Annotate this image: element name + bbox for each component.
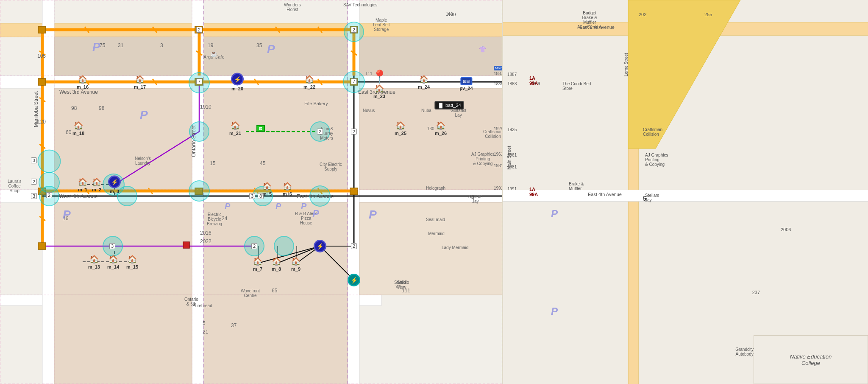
node-pv24[interactable]: ⊞⊞ pv_24	[459, 77, 473, 91]
street-label-ontario5th: Ontario& 5th	[184, 297, 198, 306]
node-m7[interactable]: 🏠 m_7	[253, 257, 262, 272]
node-m26[interactable]: 🏠 m_26	[435, 121, 447, 136]
line-num-3-5th: 3	[109, 243, 115, 249]
place-lauras-coffee: Laura'sCoffeeShop	[8, 179, 22, 193]
node-m7-label: m_7	[253, 266, 262, 272]
node-m17[interactable]: 🏠 m_17	[134, 75, 146, 90]
svg-line-36	[318, 27, 322, 33]
place-aj-graphics: AJ GraphicsPrinting& Copying	[471, 152, 494, 166]
svg-line-68	[148, 188, 153, 194]
node-m2[interactable]: 🏠 m_2	[92, 177, 101, 192]
num-1961: 1961	[494, 152, 503, 157]
place-nelsons: Nelson'sLaundry	[135, 156, 151, 165]
node-m23-label: m_23	[373, 94, 385, 99]
svg-rect-79	[38, 188, 46, 195]
node-m8[interactable]: 🏠 m_8	[272, 257, 281, 272]
node-m1[interactable]: 🏠 m_1	[78, 177, 87, 192]
svg-line-70	[318, 188, 322, 194]
place-electric-bicycle: ElectricBicycleBrewing	[207, 212, 222, 226]
teal-glow-8	[189, 180, 210, 202]
block-num-15: 15	[210, 160, 215, 166]
node-m9[interactable]: 🏠 m_9	[291, 257, 300, 272]
node-m6-label: m_6	[283, 191, 292, 196]
node-m5[interactable]: 🏠 m_5	[262, 182, 272, 196]
node-m14[interactable]: 🏠 m_14	[107, 255, 119, 269]
parking-5: P	[369, 208, 377, 221]
parking-11: P	[301, 202, 306, 211]
teal-glow-1	[38, 150, 61, 173]
block-num-2022: 2022	[200, 238, 211, 244]
svg-line-42	[351, 51, 357, 55]
place-wonders: WondersFlorist	[284, 3, 301, 12]
line-num-2-3rdrow-left: 2	[317, 129, 323, 135]
svg-line-34	[153, 27, 157, 33]
num-1991: 1991	[494, 186, 503, 191]
node-m15-label: m_15	[126, 264, 138, 269]
svg-rect-80	[38, 243, 46, 249]
place-craftsman: CraftsmanCollision	[483, 129, 503, 139]
svg-rect-73	[38, 26, 46, 33]
place-novus: Novus	[363, 108, 375, 113]
node-m21[interactable]: 🏠 m_21	[229, 121, 241, 136]
svg-line-33	[85, 27, 89, 33]
line-num-2-top-left: 2	[196, 27, 202, 33]
parking-3: P	[267, 42, 275, 56]
node-m5-label: m_5	[262, 191, 272, 196]
node-m2-label: m_2	[92, 187, 101, 192]
svg-line-37	[39, 51, 45, 55]
node-m3[interactable]: ⚡ m_3	[108, 176, 121, 194]
svg-line-61	[259, 246, 320, 263]
native-education-college: Native EducationCollege	[754, 335, 868, 384]
node-m23[interactable]: 📍 🏠 m_23	[372, 69, 387, 99]
svg-rect-7	[348, 0, 359, 384]
svg-rect-76	[38, 78, 46, 85]
node-m18[interactable]: 🏠 m_18	[72, 121, 84, 136]
street-label-west4th: West 4th Avenue	[59, 193, 97, 199]
node-m20-label: m_20	[231, 86, 243, 91]
map-container: West 3rd Avenue West 4th Avenue East 3rd…	[0, 0, 868, 384]
place-fife-bakery: Fife Bakery	[304, 101, 328, 106]
node-m20[interactable]: ⚡ m_20	[231, 73, 244, 91]
svg-rect-19	[359, 202, 502, 295]
parking-10: P	[275, 202, 281, 211]
svg-line-40	[39, 216, 45, 221]
place-seal-maid: Seal-maid	[426, 217, 445, 222]
node-green-box[interactable]: ⊡	[256, 125, 265, 132]
node-m18-label: m_18	[72, 131, 84, 136]
node-m25[interactable]: 🏠 m_25	[395, 121, 406, 136]
place-wavefront: WavefrontCentre	[241, 289, 260, 298]
svg-rect-12	[204, 37, 348, 76]
node-m22[interactable]: 🏠 m_22	[303, 75, 315, 90]
node-m24[interactable]: 🏠 m_24	[418, 75, 430, 90]
node-m13[interactable]: 🏠 m_13	[88, 255, 100, 269]
place-lady-mermaid: Lady Mermaid	[442, 245, 468, 250]
node-m9-label: m_9	[291, 266, 300, 272]
svg-line-41	[196, 51, 202, 55]
block-num-35: 35	[256, 42, 262, 48]
block-num-5-bot: 5	[203, 320, 206, 326]
street-label-manitoba: Manitoba Street	[33, 91, 39, 127]
street-label-west3rd: West 3rd Avenue	[59, 89, 98, 95]
block-num-24: 24	[222, 216, 227, 221]
node-m1-label: m_1	[78, 187, 87, 192]
line-num-2-5th-b: 2	[351, 243, 357, 249]
node-lightning-bot[interactable]: ⚡	[348, 274, 360, 286]
node-m8-label: m_8	[272, 266, 281, 272]
teal-glow-2	[39, 172, 60, 193]
shop-icon-2: 👚	[479, 46, 486, 53]
node-m16[interactable]: 🏠 m_16	[77, 75, 89, 90]
node-batt24[interactable]: ▐▌ batt_24	[434, 101, 464, 109]
place-holograph: Holograph	[426, 186, 445, 191]
node-lightning-mid[interactable]: ⚡	[314, 240, 326, 252]
line-num-3-4th-left: 3	[31, 157, 37, 163]
svg-line-44	[153, 79, 157, 85]
block-num-31: 31	[118, 42, 123, 48]
node-m6[interactable]: 🏠 m_6	[283, 182, 292, 196]
node-m15[interactable]: 🏠 m_15	[126, 255, 138, 269]
parking-1: P	[92, 40, 100, 54]
place-maple-leaf: MapleLeaf SelfStorage	[373, 18, 389, 32]
svg-rect-15	[204, 88, 348, 190]
parking-4: P	[63, 208, 71, 221]
place-city-electric: City ElectricSupply	[320, 162, 342, 171]
node-m17-label: m_17	[134, 84, 146, 90]
